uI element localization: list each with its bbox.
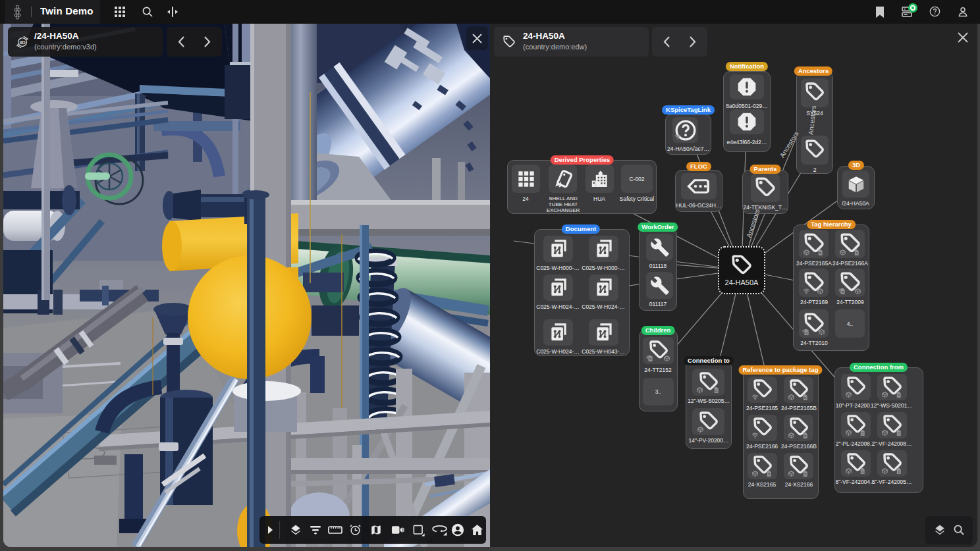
svg-text:3D: 3D (19, 39, 26, 45)
